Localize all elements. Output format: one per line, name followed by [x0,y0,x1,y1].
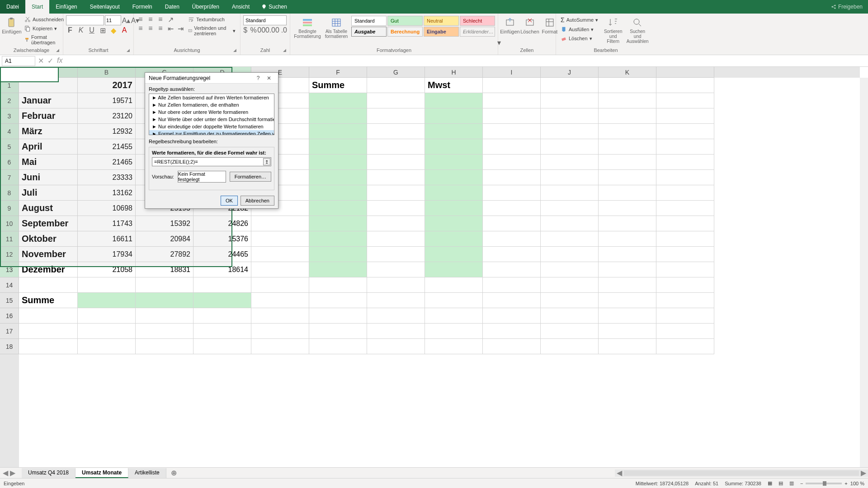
cell[interactable] [309,339,367,354]
select-all-corner[interactable] [0,67,19,78]
cell[interactable] [599,293,656,308]
cell[interactable] [425,124,483,139]
align-top-button[interactable]: ≡ [137,15,145,23]
grow-font-button[interactable]: A▴ [122,16,130,24]
orientation-button[interactable]: ↗ [166,15,175,23]
cell[interactable] [425,155,483,170]
wrap-text-button[interactable]: Textumbruch [186,15,237,23]
row-header[interactable]: 10 [0,216,19,231]
cell[interactable]: 20984 [136,231,193,247]
font-color-button[interactable]: A [120,26,128,34]
cell[interactable] [541,155,599,170]
thousands-button[interactable]: 000 [259,26,268,34]
cell[interactable]: 16611 [78,231,136,247]
cell[interactable]: 10698 [78,201,136,216]
style-ausgabe[interactable]: Ausgabe [351,27,387,37]
cell[interactable] [483,262,541,277]
cell[interactable] [541,293,599,308]
cell[interactable] [483,155,541,170]
cell[interactable] [656,124,714,139]
row-header[interactable]: 3 [0,108,19,124]
cell[interactable] [541,277,599,293]
tab-seitenlayout[interactable]: Seitenlayout [84,0,126,14]
add-sheet-button[interactable]: ⊕ [166,469,181,477]
cell[interactable] [599,201,656,216]
cell[interactable] [541,308,599,324]
rule-item[interactable]: ► Formel zur Ermittlung der zu formatier… [149,130,274,135]
zoom-level[interactable]: 100 % [850,481,864,486]
cell[interactable] [656,324,714,339]
format-painter-button[interactable]: Format übertragen [23,33,66,46]
sheet-nav-prev[interactable]: ◀ [3,469,8,477]
cell[interactable]: 13162 [78,185,136,201]
cell[interactable]: 27892 [136,247,193,262]
cell[interactable] [19,277,78,293]
cell[interactable]: 24826 [193,216,251,231]
cell[interactable]: Mwst [425,78,483,93]
style-schlecht[interactable]: Schlecht [460,16,495,26]
cell[interactable] [367,185,425,201]
cell[interactable] [425,201,483,216]
cell[interactable] [367,108,425,124]
cell[interactable]: 21465 [78,155,136,170]
style-eingabe[interactable]: Eingabe [424,27,459,37]
col-header-h[interactable]: H [425,67,483,78]
cell[interactable] [251,339,309,354]
cell[interactable] [483,293,541,308]
underline-button[interactable]: U [88,26,96,34]
cell[interactable] [78,293,136,308]
cell[interactable]: 2017 [78,78,136,93]
cell[interactable] [367,262,425,277]
currency-button[interactable]: $ [243,26,247,34]
cell[interactable] [193,339,251,354]
sheet-nav-next[interactable]: ▶ [10,469,15,477]
bold-button[interactable]: F [66,26,74,34]
indent-inc-button[interactable]: ⇥ [176,24,184,33]
cell[interactable]: 15376 [193,231,251,247]
row-header[interactable]: 5 [0,139,19,155]
horizontal-scrollbar[interactable]: ◀▶ [615,469,868,477]
row-header[interactable]: 13 [0,262,19,277]
sheet-tab-2[interactable]: Artikelliste [128,468,166,478]
cell[interactable]: 18831 [136,262,193,277]
cell[interactable]: 19571 [78,93,136,108]
cell[interactable] [367,139,425,155]
cell[interactable]: Summe [309,78,367,93]
cell[interactable] [599,324,656,339]
row-header[interactable]: 2 [0,93,19,108]
cell[interactable]: 23333 [78,170,136,185]
cell[interactable] [656,201,714,216]
rule-item[interactable]: ► Alle Zellen basierend auf ihren Werten… [149,94,274,101]
align-center-button[interactable]: ≡ [146,24,155,33]
border-button[interactable]: ⊞ [99,26,107,34]
cell[interactable] [541,247,599,262]
cell[interactable]: November [19,247,78,262]
cell[interactable] [367,247,425,262]
cell[interactable] [541,170,599,185]
paste-button[interactable]: Einfügen [3,15,21,47]
cell[interactable] [599,108,656,124]
cell[interactable] [541,324,599,339]
cell[interactable]: Mai [19,155,78,170]
cell[interactable] [656,339,714,354]
cell[interactable] [425,93,483,108]
inc-decimal-button[interactable]: .00 [270,26,278,34]
view-layout-button[interactable]: ▤ [778,480,783,486]
font-launcher[interactable]: ◢ [127,48,132,53]
tab-ansicht[interactable]: Ansicht [226,0,256,14]
cell[interactable] [309,170,367,185]
cell[interactable] [425,170,483,185]
cell[interactable] [367,231,425,247]
tab-einfuegen[interactable]: Einfügen [49,0,83,14]
cell[interactable]: 21058 [78,262,136,277]
cell[interactable] [78,324,136,339]
row-header[interactable]: 9 [0,201,19,216]
indent-dec-button[interactable]: ⇤ [166,24,175,33]
cell[interactable] [367,155,425,170]
dec-decimal-button[interactable]: .0 [281,26,287,34]
row-header[interactable]: 12 [0,247,19,262]
rule-item[interactable]: ► Nur Werte über oder unter dem Durchsch… [149,116,274,123]
cell[interactable] [251,277,309,293]
cell[interactable] [367,324,425,339]
cell[interactable] [656,139,714,155]
